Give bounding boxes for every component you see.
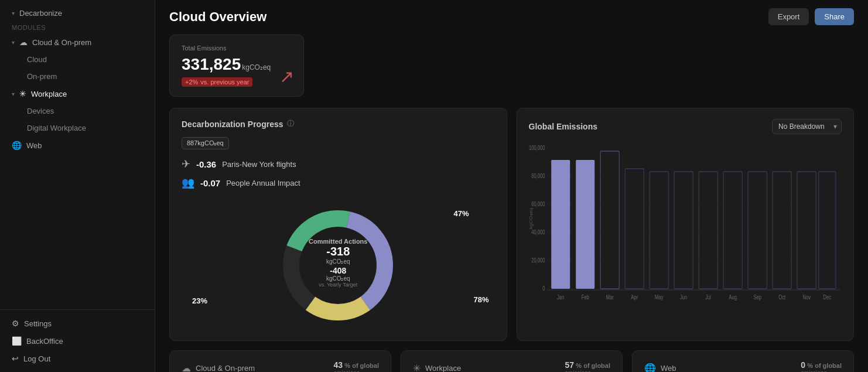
info-icon: ⓘ (287, 119, 294, 129)
svg-rect-20 (625, 169, 644, 289)
decarb-people-label: People Annual Impact (226, 179, 300, 187)
badge-value: +2% (185, 79, 198, 86)
sidebar-item-label: Workplace (31, 90, 67, 98)
svg-text:Nov: Nov (802, 294, 811, 301)
svg-rect-19 (600, 151, 619, 289)
decarb-tooltip: 887kgCO₂eq (182, 137, 229, 149)
stat-card-header: 🌐 Web 0 % of global emissions (644, 360, 842, 372)
svg-text:Jul: Jul (705, 294, 711, 301)
chevron-icon: ▾ (12, 91, 15, 97)
workplace-icon: ✳ (19, 89, 26, 98)
workplace-stat-icon: ✳ (413, 363, 421, 372)
backoffice-icon: ⬜ (12, 336, 22, 346)
svg-rect-21 (650, 172, 668, 289)
svg-rect-25 (748, 172, 767, 289)
svg-rect-23 (699, 172, 717, 289)
sidebar-item-label: Digital Workplace (27, 124, 86, 132)
content-grid: Decarbonization Progress ⓘ 887kgCO₂eq ✈ … (169, 108, 854, 341)
bar-chart-svg: 100,000 80,000 60,000 40,000 20,000 0 kg… (529, 142, 842, 312)
page-header: Cloud Overview Export Share (169, 0, 854, 35)
sidebar-item-label: Web (26, 141, 42, 150)
sidebar-item-label: Decarbonize (19, 9, 62, 18)
committed-title: Committed Actions (309, 238, 367, 245)
sidebar-item-label: Settings (24, 319, 52, 328)
svg-text:Aug: Aug (729, 294, 737, 301)
sidebar-item-backoffice[interactable]: ⬜ BackOffice (0, 332, 155, 350)
svg-rect-18 (576, 160, 594, 289)
svg-rect-17 (551, 160, 570, 289)
svg-text:Sep: Sep (753, 294, 761, 301)
bar-chart: 100,000 80,000 60,000 40,000 20,000 0 kg… (529, 142, 842, 312)
sidebar-item-settings[interactable]: ⚙ Settings (0, 315, 155, 332)
sidebar-item-web[interactable]: 🌐 Web (0, 136, 155, 154)
web-stat-icon: 🌐 (644, 363, 656, 372)
bottom-stats: ☁ Cloud & On-prem 43 % of global emissio… (169, 350, 854, 372)
sidebar-item-label: Devices (27, 107, 54, 115)
decarbonization-panel: Decarbonization Progress ⓘ 887kgCO₂eq ✈ … (169, 108, 507, 341)
page-title: Cloud Overview (169, 9, 266, 25)
sidebar-item-cloud-on-prem[interactable]: ▾ ☁ Cloud & On-prem (0, 33, 155, 51)
web-pct-label: % of global (807, 362, 842, 369)
cloud-icon: ☁ (19, 37, 28, 47)
global-emissions-panel: Global Emissions No Breakdown By Categor… (517, 108, 855, 341)
sidebar-item-devices[interactable]: Devices (0, 103, 155, 120)
sidebar-item-decarbonize[interactable]: ▾ Decarbonize (0, 5, 155, 22)
decarb-flights-label: Paris-New York flights (222, 160, 296, 169)
plane-icon: ✈ (182, 158, 190, 170)
breakdown-select-wrapper[interactable]: No Breakdown By Category By Region (772, 119, 842, 134)
share-button[interactable]: Share (815, 8, 854, 25)
cloud-stat-icon: ☁ (182, 363, 191, 372)
web-pct-value: 0 (801, 360, 805, 370)
svg-text:May: May (654, 294, 663, 301)
breakdown-select[interactable]: No Breakdown By Category By Region (772, 119, 842, 134)
svg-text:Jan: Jan (557, 294, 564, 301)
emission-value: 331,825 (182, 55, 241, 74)
svg-rect-24 (723, 172, 742, 289)
decarb-row-people: 👥 -0.07 People Annual Impact (182, 176, 495, 189)
sidebar-item-digital-workplace[interactable]: Digital Workplace (0, 120, 155, 136)
stat-card-header: ☁ Cloud & On-prem 43 % of global emissio… (182, 360, 379, 372)
target-value: -408 (309, 266, 367, 275)
global-title: Global Emissions (529, 122, 597, 131)
pct-label-78: 78% (473, 295, 488, 304)
logout-icon: ↩ (12, 354, 19, 363)
pct-label-47: 47% (453, 209, 469, 218)
stat-card-workplace: ✳ Workplace 57 % of global emissions 189… (401, 350, 623, 372)
svg-text:Oct: Oct (778, 294, 785, 301)
svg-text:40,000: 40,000 (531, 229, 545, 236)
decarb-row-flights: ✈ -0.36 Paris-New York flights (182, 158, 495, 170)
sidebar-item-label: Log Out (23, 354, 50, 363)
pct-label-23: 23% (192, 296, 207, 305)
svg-text:Jun: Jun (680, 294, 687, 301)
badge-suffix: vs. previous year (200, 79, 249, 86)
cloud-pct-sub: emissions (333, 370, 379, 372)
committed-value: -318 (309, 245, 367, 258)
export-button[interactable]: Export (768, 8, 809, 25)
sidebar-item-workplace[interactable]: ▾ ✳ Workplace (0, 85, 155, 103)
sidebar-item-label: Cloud (27, 55, 47, 64)
people-icon: 👥 (182, 176, 194, 189)
stat-card-web: 🌐 Web 0 % of global emissions 0 kgCO₂eq (632, 350, 854, 372)
sidebar-item-logout[interactable]: ↩ Log Out (0, 350, 155, 367)
svg-text:Mar: Mar (606, 294, 613, 301)
target-label: vs. Yearly Target (309, 282, 367, 288)
sidebar-item-label: On-prem (27, 72, 57, 81)
svg-text:Apr: Apr (631, 294, 638, 301)
donut-chart-container: Committed Actions -318 kgCO₂eq -408 kgCO… (182, 195, 495, 330)
workplace-pct-label: % of global (576, 362, 610, 369)
sidebar-bottom: ⚙ Settings ⬜ BackOffice ↩ Log Out (0, 309, 155, 367)
sidebar-item-cloud[interactable]: Cloud (0, 51, 155, 68)
sidebar-item-on-prem[interactable]: On-prem (0, 68, 155, 85)
global-panel-header: Global Emissions No Breakdown By Categor… (529, 119, 842, 134)
workplace-pct-value: 57 (565, 360, 574, 370)
decarb-title: Decarbonization Progress ⓘ (182, 119, 495, 129)
cloud-stat-name: Cloud & On-prem (196, 364, 255, 372)
svg-text:Dec: Dec (823, 294, 831, 301)
decarb-flights-value: -0.36 (196, 159, 216, 169)
sidebar-item-label: Cloud & On-prem (32, 38, 91, 47)
chevron-icon: ▾ (12, 39, 15, 46)
svg-rect-28 (818, 172, 835, 289)
svg-rect-26 (773, 172, 791, 289)
sidebar: ▾ Decarbonize Modules ▾ ☁ Cloud & On-pre… (0, 0, 155, 372)
emission-unit: kgCO₂eq (242, 63, 271, 71)
